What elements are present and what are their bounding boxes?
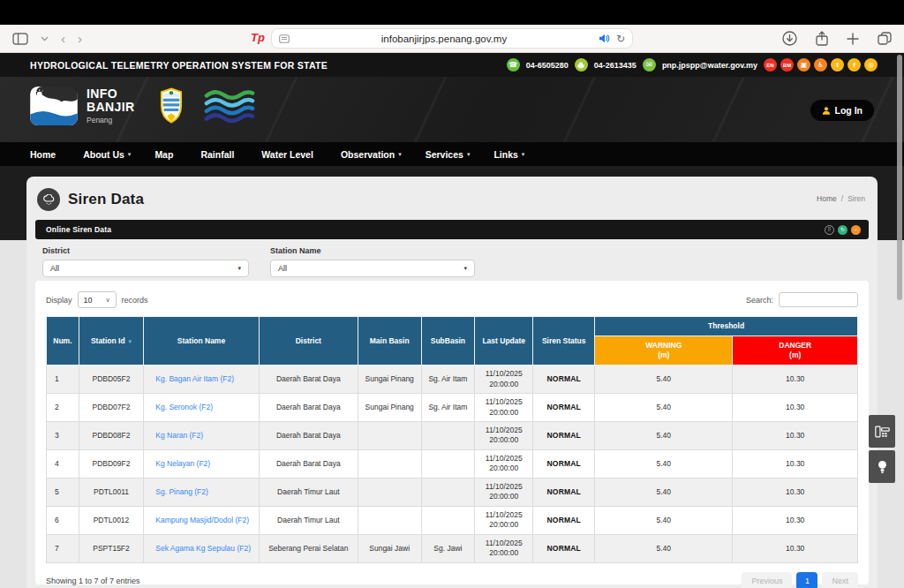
station-link[interactable]: Sg. Pinang (F2) [144,478,259,506]
col-siren-status[interactable]: Siren Status [533,317,595,366]
col-main-basin[interactable]: Main Basin [358,317,421,366]
fax-icon [875,426,890,438]
options-icon[interactable]: ⠿ [825,225,834,235]
district-select[interactable]: All ▾ [42,260,249,277]
station-link[interactable]: Kg Nelayan (F2) [144,449,259,478]
page-1-button[interactable]: 1 [796,572,817,588]
cell-subbasin: Sg. Jawi [421,534,475,562]
table-row: 1 PDBD05F2 Kg. Bagan Air Itam (F2) Daera… [47,366,858,394]
station-link[interactable]: Kg. Bagan Air Itam (F2) [144,366,259,394]
col-last-update[interactable]: Last Update [475,317,533,366]
col-district[interactable]: District [259,317,358,366]
station-link[interactable]: Sek Agama Kg Sepulau (F2) [144,534,259,562]
table-card: Display 10 ∨ records Search: [35,281,869,584]
refresh-icon[interactable]: ↻ [838,225,848,235]
status-badge: NORMAL [533,394,595,422]
twitter-icon[interactable]: t [831,58,844,72]
breadcrumb: Home / Siren [817,194,865,203]
siren-table: Num. Station Id▾ Station Name District M… [46,316,858,563]
cell-district: Daerah Timur Laut [259,478,358,506]
nav-item[interactable]: Home [30,149,59,160]
panel-title: Online Siren Data [46,225,111,234]
system-title: HYDROLOGICAL TELEMETRY OPERATION SYSTEM … [30,60,328,71]
col-station-id[interactable]: Station Id▾ [79,317,144,366]
phone-icon: ☎ [507,58,520,72]
cell-last-update: 11/10/202520:00:00 [475,478,533,506]
cell-last-update: 11/10/202520:00:00 [475,422,533,450]
cell-num: 3 [47,422,79,450]
cell-subbasin [421,478,475,506]
col-station-name[interactable]: Station Name [144,317,259,366]
cell-subbasin [421,422,475,450]
records-per-page-select[interactable]: 10 ∨ [78,291,117,308]
penang-crest [160,87,183,124]
search-label: Search: [746,296,773,305]
cell-main-basin [358,506,421,534]
pagination: Previous 1 Next [742,572,858,588]
station-link[interactable]: Kg. Seronok (F2) [144,394,259,422]
next-page-button[interactable]: Next [822,572,858,588]
chevron-down-icon[interactable] [41,36,49,41]
cell-station-id: PDTL0012 [79,506,144,534]
previous-page-button[interactable]: Previous [742,572,792,588]
nav-item[interactable]: Water Level [261,149,317,160]
collapse-icon[interactable]: − [851,225,861,235]
nav-item[interactable]: Rainfall [200,149,237,160]
lang-en-button[interactable]: EN [764,58,777,72]
col-subbasin[interactable]: SubBasin [421,317,475,366]
reader-icon[interactable] [279,34,290,43]
audio-mute-icon[interactable] [599,34,610,43]
fax-widget-button[interactable] [869,415,895,448]
station-select[interactable]: All ▾ [270,260,475,277]
new-tab-icon[interactable] [847,33,859,45]
breadcrumb-home[interactable]: Home [817,194,837,203]
browser-scrollbar[interactable] [897,55,902,300]
share-icon[interactable] [816,31,828,46]
nav-item-label: Services [426,149,463,160]
accessibility-icon[interactable]: ♿ [814,58,827,72]
downloads-icon[interactable] [782,31,797,46]
nav-item-label: Links [493,149,517,160]
chevron-down-icon: ▾ [522,151,525,158]
lightbulb-icon [878,460,887,474]
logo-text-banjir: BANJIR [87,100,135,114]
reload-icon[interactable]: ↻ [616,33,625,45]
cell-subbasin: Sg. Air Itam [421,366,475,394]
nav-item[interactable]: Observation ▾ [341,149,402,160]
nav-item[interactable]: Map [154,149,177,160]
table-row: 3 PDBD08F2 Kg Naran (F2) Daerah Barat Da… [47,422,858,450]
login-button[interactable]: Log In [810,100,875,121]
extension-icon[interactable]: Tp [251,31,265,44]
nav-item[interactable]: Links ▾ [493,149,524,160]
cell-station-id: PDBD08F2 [79,422,144,450]
facebook-icon[interactable]: f [848,58,861,72]
forward-icon[interactable]: › [78,32,82,45]
col-num: Num. [47,317,79,366]
cell-main-basin: Sungai Jawi [358,534,421,562]
station-link[interactable]: Kampung Masjid/Dodol (F2) [144,506,259,534]
station-link[interactable]: Kg Naran (F2) [144,422,259,450]
address-bar[interactable]: infobanjirjps.penang.gov.my ↻ [271,28,633,49]
sidebar-toggle-icon[interactable] [12,33,28,45]
back-icon[interactable]: ‹ [61,32,65,45]
table-row: 4 PDBD09F2 Kg Nelayan (F2) Daerah Barat … [47,449,858,478]
lang-bm-button[interactable]: BM [780,58,794,72]
cell-main-basin [358,478,421,506]
contact-strip: ☎ 04-6505280 04-2613435 ✉ pnp.jpspp@wate… [507,58,878,72]
nav-item[interactable]: Services ▾ [426,149,471,160]
app-icon[interactable]: ▣ [797,58,810,72]
email-address: pnp.jpspp@water.gov.my [662,61,757,70]
tab-overview-icon[interactable] [878,32,892,45]
cell-danger: 10.30 [733,366,858,394]
nav-item[interactable]: About Us ▾ [83,149,131,160]
station-filter-label: Station Name [270,246,475,255]
suggestion-widget-button[interactable] [869,450,895,483]
cell-warning: 5.40 [595,394,733,422]
cell-num: 4 [47,449,79,478]
cell-main-basin: Sungai Pinang [358,394,421,422]
cell-danger: 10.30 [733,394,858,422]
browser-toolbar: ‹ › Tp infobanjirjps.penang.gov.my ↻ [0,25,904,53]
instagram-icon[interactable]: ◎ [864,58,878,72]
search-input[interactable] [779,292,858,307]
cell-last-update: 11/10/202520:00:00 [475,449,533,478]
